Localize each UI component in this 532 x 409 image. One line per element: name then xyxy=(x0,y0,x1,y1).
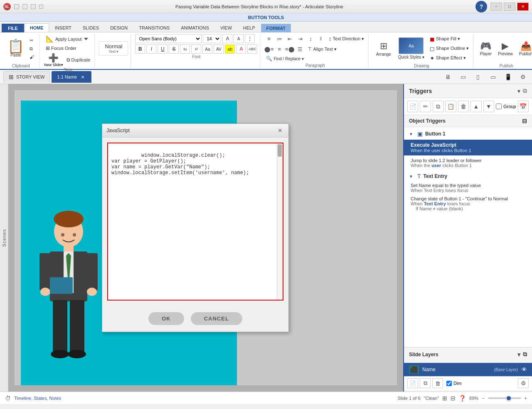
group-checkbox[interactable] xyxy=(496,103,502,109)
tab-view[interactable]: VIEW xyxy=(215,23,237,32)
zoom-out-btn[interactable]: − xyxy=(482,396,484,401)
tab-file[interactable]: FILE xyxy=(2,24,24,32)
tab-home[interactable]: HOME xyxy=(25,23,49,32)
focus-order-button[interactable]: ⊞ Focus Order xyxy=(44,44,78,52)
shrink-font-button[interactable]: A xyxy=(234,34,244,43)
align-right-button[interactable]: ≡⬤ xyxy=(285,44,294,54)
layer-copy-btn[interactable]: ⧉ xyxy=(420,378,431,388)
code-scrollbar[interactable] xyxy=(277,143,283,300)
customize-btn[interactable] xyxy=(39,5,43,9)
publish-button[interactable]: 📤 Publish xyxy=(517,40,532,57)
trigger-copy-btn[interactable]: ⧉ xyxy=(433,101,443,112)
portrait-view-btn[interactable]: ▯ xyxy=(472,71,484,83)
text-direction-button[interactable]: ↕ Text Direction ▾ xyxy=(327,34,366,43)
columns-button[interactable]: ⫴ xyxy=(316,34,325,43)
zoom-slider[interactable] xyxy=(488,397,521,399)
increase-indent-button[interactable]: ⇥ xyxy=(296,34,305,43)
jump-slide-trigger[interactable]: Jump to slide 1.2 leader or follower Whe… xyxy=(404,156,532,170)
undo-btn[interactable] xyxy=(22,4,27,9)
grow-font-button[interactable]: A xyxy=(222,34,232,43)
redo-btn[interactable] xyxy=(31,4,36,9)
desktop-view-btn[interactable]: 🖥 xyxy=(442,71,454,83)
story-view-tab[interactable]: ⊞ STORY VIEW xyxy=(3,71,50,83)
paste-button[interactable]: 📋 Paste xyxy=(5,39,27,58)
layers-collapse-btn[interactable]: ▾ xyxy=(517,351,520,358)
numbering-button[interactable]: ≔ xyxy=(275,34,284,43)
decrease-indent-button[interactable]: ⇤ xyxy=(285,34,294,43)
shape-effect-button[interactable]: ✦ Shape Effect ▾ xyxy=(428,54,470,62)
bold-button[interactable]: B xyxy=(135,44,145,54)
maximize-button[interactable]: □ xyxy=(504,2,515,11)
triggers-collapse-btn[interactable]: ▾ xyxy=(517,88,520,94)
player-button[interactable]: 🎮 Player xyxy=(478,40,494,57)
trigger-add-btn[interactable]: 📄 xyxy=(407,101,418,112)
tab-help[interactable]: HELP xyxy=(238,23,261,32)
close-button[interactable]: ✕ xyxy=(517,2,529,11)
tab-format[interactable]: FORMAT xyxy=(261,24,291,32)
landscape-view-btn[interactable]: ▭ xyxy=(457,71,469,83)
tab-design[interactable]: DESIGN xyxy=(105,23,133,32)
ok-button[interactable]: OK xyxy=(148,312,184,325)
layers-gear-btn[interactable]: ⚙ xyxy=(518,378,529,388)
text-entry-section[interactable]: ▼ T Text Entry xyxy=(404,170,532,181)
code-scroll-thumb[interactable] xyxy=(278,144,282,157)
view-settings-btn[interactable]: ⚙ xyxy=(517,71,529,83)
dim-checkbox[interactable] xyxy=(446,381,452,386)
zoom-in-btn[interactable]: + xyxy=(525,396,527,401)
normal-text-button[interactable]: Normal Text ▾ xyxy=(99,41,128,56)
slide-tab[interactable]: 1.1 Name ✕ xyxy=(52,71,91,83)
help-button[interactable]: ? xyxy=(475,1,487,12)
strikethrough-button[interactable]: S xyxy=(169,44,179,54)
trigger-paste-btn[interactable]: 📋 xyxy=(445,101,456,112)
cut-button[interactable]: ✂ xyxy=(28,37,37,44)
mobile-view-btn[interactable]: 📱 xyxy=(502,71,514,83)
preview-button[interactable]: ▶ Preview xyxy=(495,40,515,57)
char-spacing-button[interactable]: AV xyxy=(214,44,224,54)
apply-layout-button[interactable]: 📐 Apply Layout xyxy=(44,34,90,44)
format-painter-button[interactable]: 🖌 xyxy=(28,54,37,60)
trigger-delete-btn[interactable]: 🗑 xyxy=(458,101,469,112)
button1-section[interactable]: ▼ ▣ Button 1 xyxy=(404,129,532,139)
trigger-edit-btn[interactable]: ✏ xyxy=(420,101,431,112)
tab-animations[interactable]: ANIMATIONS xyxy=(175,23,214,32)
italic-button[interactable]: I xyxy=(146,44,156,54)
align-center-button[interactable]: ≡ xyxy=(275,44,284,54)
bullets-button[interactable]: ≡ xyxy=(264,34,273,43)
tablet-view-btn[interactable]: ▭ xyxy=(487,71,499,83)
tab-slides[interactable]: SLIDES xyxy=(77,23,104,32)
save-btn[interactable] xyxy=(14,4,19,9)
tab-insert[interactable]: INSERT xyxy=(49,23,77,32)
minimize-button[interactable]: − xyxy=(490,2,502,11)
cancel-button[interactable]: CANCEL xyxy=(191,312,242,325)
close-slide-tab[interactable]: ✕ xyxy=(79,74,86,80)
highlight-button[interactable]: ab xyxy=(225,44,235,54)
clear-format-button[interactable]: ABC xyxy=(247,44,257,54)
layer-delete-btn[interactable]: 🗑 xyxy=(432,378,443,388)
copy-button[interactable]: ⧉ xyxy=(28,45,37,52)
trigger-move-up-btn[interactable]: ▲ xyxy=(470,101,481,112)
object-triggers-collapse[interactable]: ⊟ xyxy=(522,118,527,124)
font-options-button[interactable]: ⋮ xyxy=(245,34,255,43)
justify-button[interactable]: ☰ xyxy=(296,44,305,54)
quick-styles-button[interactable]: Aa Quick Styles ▾ xyxy=(396,36,427,61)
case-change-button[interactable]: Aa xyxy=(202,44,212,54)
arrange-button[interactable]: ⊞ Arrange xyxy=(373,39,394,58)
shape-fill-button[interactable]: ◼ Shape Fill ▾ xyxy=(428,35,470,43)
triggers-popout-btn[interactable]: ⧉ xyxy=(523,87,527,94)
subscript-button[interactable]: x₂ xyxy=(180,44,190,54)
change-state-trigger[interactable]: Change state of Button 1 - "Continue" to… xyxy=(404,195,532,213)
filter-btn[interactable]: ⊟ xyxy=(451,395,456,402)
duplicate-slide-button[interactable]: ⧉ Duplicate xyxy=(65,53,92,67)
font-color-button[interactable]: A xyxy=(236,44,246,54)
align-text-button[interactable]: ⊤ Align Text ▾ xyxy=(306,45,338,53)
sort-button[interactable]: ↕ xyxy=(306,34,315,43)
layer-visibility-btn[interactable]: 👁 xyxy=(521,366,527,373)
new-slide-button[interactable]: ➕ New Slide▾ xyxy=(44,53,63,67)
zoom-thumb[interactable] xyxy=(506,396,511,401)
set-name-trigger[interactable]: Set Name equal to the typed value When T… xyxy=(404,181,532,195)
align-left-button[interactable]: ⬤≡ xyxy=(264,44,273,54)
underline-button[interactable]: U xyxy=(158,44,167,54)
base-layer-item[interactable]: ⬛ Name (Base Layer) 👁 xyxy=(404,363,532,376)
tab-transitions[interactable]: TRANSITIONS xyxy=(133,23,175,32)
dialog-close-button[interactable]: ✕ xyxy=(276,126,284,135)
